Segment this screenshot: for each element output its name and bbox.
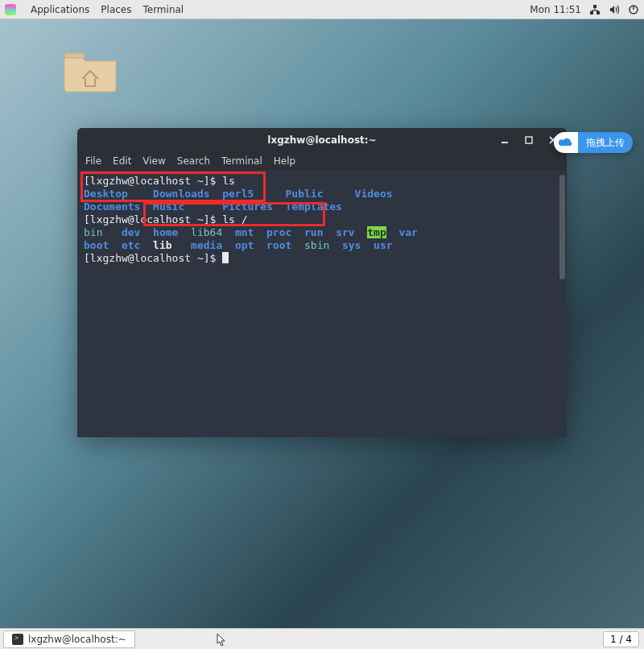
ls-root-output: dev bbox=[122, 226, 140, 238]
ls-root-output: var bbox=[398, 226, 417, 238]
ls-output: Music bbox=[153, 200, 184, 213]
ls-root-output: opt bbox=[235, 239, 254, 251]
network-icon[interactable] bbox=[589, 4, 601, 15]
ls-output: Desktop bbox=[84, 188, 128, 200]
menu-edit[interactable]: Edit bbox=[113, 155, 131, 167]
ls-root-output: tmp bbox=[367, 226, 386, 238]
ls-root-output: lib bbox=[153, 239, 171, 251]
mouse-pointer-icon bbox=[214, 633, 227, 649]
ls-output: Downloads bbox=[153, 188, 209, 200]
ls-root-output: bin bbox=[84, 226, 102, 238]
ls-root-output: srv bbox=[336, 226, 354, 238]
svg-rect-6 bbox=[526, 137, 532, 143]
power-icon[interactable] bbox=[628, 4, 639, 15]
terminal-cursor bbox=[222, 252, 229, 263]
ls-output: Templates bbox=[286, 200, 342, 213]
ls-output: perl5 bbox=[222, 188, 254, 200]
terminal-body[interactable]: [lxgzhw@localhost ~]$ ls Desktop Downloa… bbox=[77, 170, 567, 437]
prompt: [lxgzhw@localhost ~]$ bbox=[84, 252, 222, 264]
svg-rect-1 bbox=[590, 11, 593, 14]
ls-output: Videos bbox=[355, 188, 393, 200]
window-titlebar[interactable]: lxgzhw@localhost:~ bbox=[77, 128, 567, 152]
prompt: [lxgzhw@localhost ~]$ bbox=[84, 213, 222, 225]
gnome-logo-icon bbox=[5, 4, 16, 15]
clock[interactable]: Mon 11:51 bbox=[530, 4, 581, 15]
top-panel: Applications Places Terminal Mon 11:51 bbox=[0, 0, 644, 19]
ls-root-output: run bbox=[304, 226, 323, 238]
ls-root-output: boot bbox=[84, 239, 109, 251]
ls-root-output: media bbox=[191, 239, 222, 251]
ls-root-output: root bbox=[266, 239, 291, 251]
window-maximize-button[interactable] bbox=[520, 131, 538, 149]
upload-label: 拖拽上传 bbox=[578, 132, 633, 153]
menu-search[interactable]: Search bbox=[177, 155, 210, 167]
ls-root-output: lib64 bbox=[191, 226, 222, 238]
bottom-panel: lxgzhw@localhost:~ 1 / 4 bbox=[0, 628, 644, 649]
menu-file[interactable]: File bbox=[85, 155, 101, 167]
ls-root-output: mnt bbox=[235, 226, 254, 238]
terminal-menubar: File Edit View Search Terminal Help bbox=[77, 152, 567, 170]
ls-output: Public bbox=[286, 188, 324, 200]
terminal-icon bbox=[12, 634, 23, 645]
upload-widget[interactable]: 拖拽上传 bbox=[554, 132, 633, 153]
command: ls bbox=[222, 175, 235, 187]
menu-help[interactable]: Help bbox=[274, 155, 295, 167]
menu-view[interactable]: View bbox=[142, 155, 165, 167]
ls-root-output: sbin bbox=[304, 239, 329, 251]
svg-rect-2 bbox=[597, 11, 600, 14]
window-title: lxgzhw@localhost:~ bbox=[77, 134, 567, 146]
volume-icon[interactable] bbox=[609, 4, 620, 15]
cloud-upload-icon bbox=[554, 132, 578, 153]
ls-output: Documents bbox=[84, 200, 140, 213]
home-folder-icon[interactable] bbox=[58, 47, 122, 96]
window-minimize-button[interactable] bbox=[496, 131, 514, 149]
ls-root-output: home bbox=[153, 226, 178, 238]
command: ls / bbox=[222, 213, 247, 225]
menu-applications[interactable]: Applications bbox=[31, 4, 89, 15]
prompt: [lxgzhw@localhost ~]$ bbox=[84, 175, 222, 187]
scrollbar-thumb[interactable] bbox=[559, 175, 565, 279]
ls-root-output: sys bbox=[342, 239, 361, 251]
menu-places[interactable]: Places bbox=[101, 4, 131, 15]
taskbar-item-label: lxgzhw@localhost:~ bbox=[28, 634, 126, 645]
ls-root-output: etc bbox=[122, 239, 140, 251]
ls-output: Pictures bbox=[222, 200, 273, 213]
workspace-indicator[interactable]: 1 / 4 bbox=[603, 631, 639, 647]
svg-rect-0 bbox=[593, 5, 597, 8]
menu-terminal[interactable]: Terminal bbox=[142, 4, 184, 15]
taskbar-item-terminal[interactable]: lxgzhw@localhost:~ bbox=[3, 630, 135, 648]
ls-root-output: proc bbox=[266, 226, 291, 238]
terminal-window: lxgzhw@localhost:~ File Edit View Search… bbox=[77, 128, 567, 437]
desktop[interactable]: lxgzhw@localhost:~ File Edit View Search… bbox=[0, 19, 644, 628]
ls-root-output: usr bbox=[374, 239, 392, 251]
menu-terminal-menu[interactable]: Terminal bbox=[221, 155, 262, 167]
